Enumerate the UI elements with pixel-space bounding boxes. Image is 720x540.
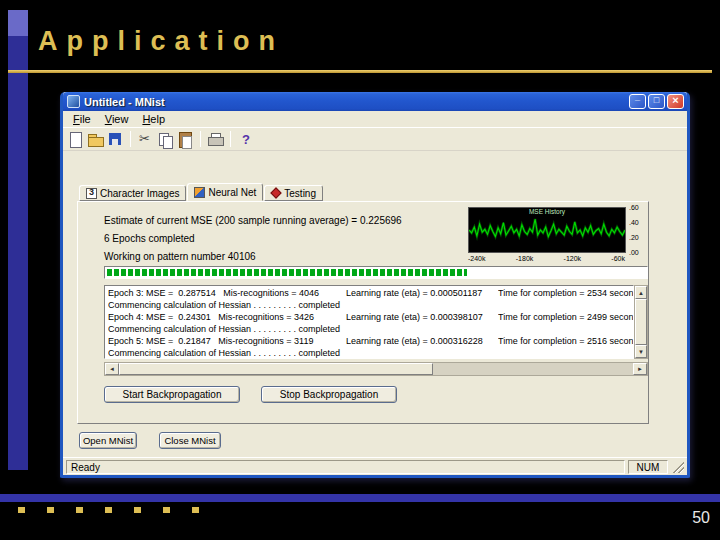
- chart-plot-area: MSE History: [468, 207, 626, 253]
- tab-label: Neural Net: [208, 187, 256, 198]
- menu-bar: FileViewHelp: [63, 111, 687, 128]
- open-mnist-button[interactable]: Open MNist: [79, 432, 137, 449]
- log-vertical-scrollbar[interactable]: [634, 285, 648, 359]
- menu-help[interactable]: Help: [136, 112, 171, 126]
- log-cell: Commencing calculation of Hessian . . . …: [108, 347, 633, 359]
- neural-net-tab-icon: [194, 187, 205, 198]
- epochs-completed-text: 6 Epochs completed: [104, 233, 195, 244]
- vertical-scroll-thumb[interactable]: [635, 299, 647, 345]
- status-ready-pane: Ready: [66, 460, 625, 474]
- left-accent-bar: [8, 10, 28, 470]
- x-tick-label: -180k: [516, 255, 534, 262]
- log-cell: Time for completion = 2516 seconds: [498, 335, 633, 347]
- scroll-left-icon[interactable]: [105, 363, 119, 375]
- minimize-button[interactable]: [629, 94, 646, 109]
- tab-label: Testing: [284, 188, 316, 199]
- log-cell: Commencing calculation of Hessian . . . …: [108, 299, 633, 311]
- toolbar-separator: [230, 131, 231, 147]
- y-tick-label: .60: [629, 204, 639, 211]
- maximize-button[interactable]: [648, 94, 665, 109]
- log-row: Commencing calculation of Hessian . . . …: [108, 323, 633, 335]
- bullet-dot: [163, 507, 170, 513]
- menu-file[interactable]: File: [67, 112, 97, 126]
- log-cell: Epoch 4: MSE = 0.24301 Mis-recognitions …: [108, 311, 346, 323]
- bullet-dot: [192, 507, 199, 513]
- scroll-up-icon[interactable]: [635, 286, 647, 299]
- menu-view[interactable]: View: [99, 112, 135, 126]
- page-number: 50: [692, 509, 710, 527]
- y-tick-label: .00: [629, 249, 639, 256]
- log-horizontal-scrollbar[interactable]: [104, 362, 648, 376]
- title-underline-rule: [8, 70, 712, 73]
- training-log: Epoch 3: MSE = 0.287514 Mis-recognitions…: [104, 285, 634, 359]
- window-titlebar[interactable]: Untitled - MNist: [63, 92, 687, 111]
- resize-grip-icon[interactable]: [671, 460, 684, 473]
- window-controls: [629, 94, 684, 109]
- mse-history-chart: MSE History .60.40.20.00 -240k-180k-120k…: [468, 207, 646, 269]
- working-pattern-text: Working on pattern number 40106: [104, 251, 256, 262]
- bottom-accent-bar: [0, 494, 720, 502]
- start-backpropagation-button[interactable]: Start Backpropagation: [104, 386, 240, 403]
- log-cell: Learning rate (eta) = 0.000316228: [346, 335, 498, 347]
- toolbar-separator: [200, 131, 201, 147]
- paste-icon[interactable]: [177, 131, 194, 148]
- cut-icon[interactable]: [137, 131, 154, 148]
- log-cell: Epoch 3: MSE = 0.287514 Mis-recognitions…: [108, 287, 346, 299]
- log-row: Commencing calculation of Hessian . . . …: [108, 299, 633, 311]
- progress-fill: [107, 269, 467, 276]
- close-mnist-button[interactable]: Close MNist: [159, 432, 221, 449]
- toolbar: [63, 128, 687, 151]
- x-tick-label: -120k: [564, 255, 582, 262]
- testing-tab-icon: [271, 187, 282, 198]
- scroll-down-icon[interactable]: [635, 345, 647, 358]
- chart-y-axis-labels: .60.40.20.00: [629, 204, 639, 256]
- scroll-right-icon[interactable]: [633, 363, 647, 375]
- new-icon[interactable]: [67, 131, 84, 148]
- neural-net-tab-panel: Estimate of current MSE (200 sample runn…: [77, 201, 649, 424]
- client-area: Character ImagesNeural NetTesting Estima…: [63, 151, 687, 475]
- tab-label: Character Images: [100, 188, 179, 199]
- x-tick-label: -240k: [468, 255, 486, 262]
- open-icon[interactable]: [87, 131, 104, 148]
- log-cell: Learning rate (eta) = 0.000501187: [346, 287, 498, 299]
- training-progress-bar: [104, 266, 648, 279]
- app-icon: [67, 95, 80, 108]
- tab-control: Character ImagesNeural NetTesting Estima…: [77, 184, 649, 424]
- log-cell: Epoch 5: MSE = 0.21847 Mis-recognitions …: [108, 335, 346, 347]
- status-num-pane: NUM: [628, 460, 668, 474]
- tab-neural-net[interactable]: Neural Net: [187, 183, 263, 201]
- chart-x-axis-labels: -240k-180k-120k-60k: [468, 255, 626, 262]
- y-tick-label: .20: [629, 234, 639, 241]
- bullet-dot: [18, 507, 25, 513]
- tab-strip: Character ImagesNeural NetTesting: [77, 184, 649, 201]
- close-button[interactable]: [667, 94, 684, 109]
- copy-icon[interactable]: [157, 131, 174, 148]
- log-row: Commencing calculation of Hessian . . . …: [108, 347, 633, 359]
- slide: Application Untitled - MNist FileViewHel…: [0, 0, 720, 540]
- window-title: Untitled - MNist: [84, 96, 629, 108]
- stop-backpropagation-button[interactable]: Stop Backpropagation: [261, 386, 397, 403]
- mse-estimate-text: Estimate of current MSE (200 sample runn…: [104, 215, 402, 226]
- print-icon[interactable]: [207, 131, 224, 148]
- character-images-tab-icon: [86, 188, 97, 199]
- horizontal-scroll-thumb[interactable]: [119, 363, 433, 375]
- bullet-dot: [76, 507, 83, 513]
- help-icon[interactable]: [237, 131, 254, 148]
- bullet-dot: [105, 507, 112, 513]
- slide-title: Application: [38, 26, 284, 57]
- bullet-dot: [47, 507, 54, 513]
- chart-title: MSE History: [529, 208, 565, 215]
- save-icon[interactable]: [107, 131, 124, 148]
- log-cell: Time for completion = 2499 seconds: [498, 311, 633, 323]
- log-cell: Learning rate (eta) = 0.000398107: [346, 311, 498, 323]
- y-tick-label: .40: [629, 219, 639, 226]
- toolbar-separator: [130, 131, 131, 147]
- log-row: Epoch 3: MSE = 0.287514 Mis-recognitions…: [108, 287, 633, 299]
- log-cell: Time for completion = 2534 seconds: [498, 287, 633, 299]
- left-accent-bar-cap: [8, 10, 28, 36]
- tab-character-images[interactable]: Character Images: [79, 185, 186, 201]
- log-row: Epoch 5: MSE = 0.21847 Mis-recognitions …: [108, 335, 633, 347]
- tab-testing[interactable]: Testing: [264, 185, 323, 201]
- bullet-dots: [18, 507, 199, 513]
- log-cell: Commencing calculation of Hessian . . . …: [108, 323, 633, 335]
